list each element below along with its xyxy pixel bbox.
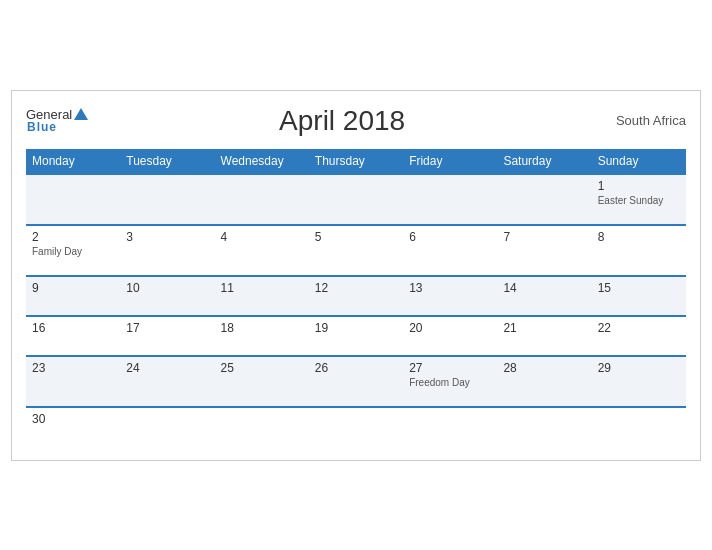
calendar-day-cell <box>592 407 686 446</box>
calendar-day-cell: 14 <box>497 276 591 316</box>
day-number: 27 <box>409 361 491 375</box>
day-number: 6 <box>409 230 491 244</box>
calendar-day-cell: 13 <box>403 276 497 316</box>
weekday-wednesday: Wednesday <box>215 149 309 174</box>
calendar-day-cell: 17 <box>120 316 214 356</box>
day-number: 24 <box>126 361 208 375</box>
logo-triangle-icon <box>74 108 88 120</box>
calendar-grid: Monday Tuesday Wednesday Thursday Friday… <box>26 149 686 446</box>
day-number: 1 <box>598 179 680 193</box>
calendar-day-cell <box>120 174 214 225</box>
calendar-day-cell: 23 <box>26 356 120 407</box>
day-number: 12 <box>315 281 397 295</box>
calendar-country: South Africa <box>596 113 686 128</box>
day-number: 19 <box>315 321 397 335</box>
calendar-week-row: 9101112131415 <box>26 276 686 316</box>
calendar-day-cell: 16 <box>26 316 120 356</box>
calendar-day-cell: 8 <box>592 225 686 276</box>
calendar-day-cell <box>215 174 309 225</box>
calendar-day-cell <box>309 407 403 446</box>
day-number: 25 <box>221 361 303 375</box>
calendar-day-cell: 24 <box>120 356 214 407</box>
day-number: 13 <box>409 281 491 295</box>
day-number: 3 <box>126 230 208 244</box>
day-number: 4 <box>221 230 303 244</box>
calendar-day-cell <box>26 174 120 225</box>
calendar-week-row: 2Family Day345678 <box>26 225 686 276</box>
calendar-day-cell: 18 <box>215 316 309 356</box>
calendar-day-cell: 26 <box>309 356 403 407</box>
day-number: 17 <box>126 321 208 335</box>
weekday-saturday: Saturday <box>497 149 591 174</box>
calendar-day-cell: 15 <box>592 276 686 316</box>
day-number: 10 <box>126 281 208 295</box>
day-number: 28 <box>503 361 585 375</box>
calendar-day-cell <box>403 407 497 446</box>
calendar-day-cell <box>309 174 403 225</box>
calendar-week-row: 16171819202122 <box>26 316 686 356</box>
day-number: 30 <box>32 412 114 426</box>
calendar-day-cell: 19 <box>309 316 403 356</box>
calendar-day-cell: 12 <box>309 276 403 316</box>
day-number: 29 <box>598 361 680 375</box>
calendar-day-cell: 2Family Day <box>26 225 120 276</box>
calendar-day-cell <box>120 407 214 446</box>
day-number: 20 <box>409 321 491 335</box>
calendar-container: General Blue April 2018 South Africa Mon… <box>11 90 701 461</box>
day-number: 15 <box>598 281 680 295</box>
weekday-tuesday: Tuesday <box>120 149 214 174</box>
calendar-day-cell: 28 <box>497 356 591 407</box>
calendar-day-cell: 5 <box>309 225 403 276</box>
calendar-day-cell <box>497 174 591 225</box>
day-number: 23 <box>32 361 114 375</box>
weekday-sunday: Sunday <box>592 149 686 174</box>
weekday-header-row: Monday Tuesday Wednesday Thursday Friday… <box>26 149 686 174</box>
calendar-week-row: 2324252627Freedom Day2829 <box>26 356 686 407</box>
day-number: 26 <box>315 361 397 375</box>
calendar-day-cell: 9 <box>26 276 120 316</box>
weekday-thursday: Thursday <box>309 149 403 174</box>
calendar-title: April 2018 <box>88 105 596 137</box>
calendar-day-cell: 29 <box>592 356 686 407</box>
day-event: Freedom Day <box>409 377 491 388</box>
calendar-day-cell: 7 <box>497 225 591 276</box>
calendar-week-row: 30 <box>26 407 686 446</box>
weekday-monday: Monday <box>26 149 120 174</box>
calendar-day-cell: 4 <box>215 225 309 276</box>
calendar-day-cell <box>403 174 497 225</box>
calendar-week-row: 1Easter Sunday <box>26 174 686 225</box>
calendar-day-cell: 27Freedom Day <box>403 356 497 407</box>
calendar-day-cell: 3 <box>120 225 214 276</box>
day-number: 5 <box>315 230 397 244</box>
calendar-day-cell: 20 <box>403 316 497 356</box>
day-number: 16 <box>32 321 114 335</box>
calendar-day-cell: 25 <box>215 356 309 407</box>
day-number: 7 <box>503 230 585 244</box>
day-number: 2 <box>32 230 114 244</box>
day-number: 8 <box>598 230 680 244</box>
day-event: Family Day <box>32 246 114 257</box>
weekday-friday: Friday <box>403 149 497 174</box>
calendar-day-cell: 6 <box>403 225 497 276</box>
day-event: Easter Sunday <box>598 195 680 206</box>
calendar-day-cell: 21 <box>497 316 591 356</box>
day-number: 11 <box>221 281 303 295</box>
day-number: 21 <box>503 321 585 335</box>
calendar-day-cell: 11 <box>215 276 309 316</box>
day-number: 18 <box>221 321 303 335</box>
calendar-day-cell: 10 <box>120 276 214 316</box>
logo: General Blue <box>26 107 88 134</box>
calendar-day-cell <box>215 407 309 446</box>
calendar-day-cell: 22 <box>592 316 686 356</box>
logo-blue-text: Blue <box>27 120 57 134</box>
day-number: 9 <box>32 281 114 295</box>
calendar-day-cell <box>497 407 591 446</box>
calendar-day-cell: 1Easter Sunday <box>592 174 686 225</box>
calendar-header: General Blue April 2018 South Africa <box>26 101 686 141</box>
day-number: 14 <box>503 281 585 295</box>
calendar-day-cell: 30 <box>26 407 120 446</box>
day-number: 22 <box>598 321 680 335</box>
